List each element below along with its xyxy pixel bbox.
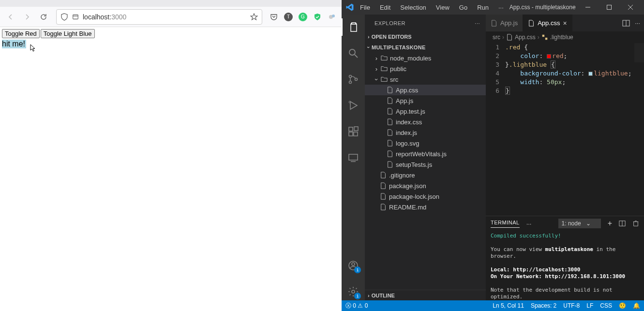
file-app-test-js[interactable]: App.test.js [365, 106, 486, 117]
forward-button[interactable] [20, 10, 34, 24]
menu-selection[interactable]: Selection [396, 2, 430, 13]
open-editors-section[interactable]: › OPEN EDITORS [365, 31, 486, 42]
status-lang[interactable]: CSS [600, 302, 612, 309]
status-eol[interactable]: LF [586, 302, 593, 309]
toggle-red-button[interactable]: Toggle Red [2, 29, 40, 38]
project-section[interactable]: › MULTIPLETASKONE [365, 42, 486, 53]
project-name: MULTIPLETASKONE [372, 44, 426, 50]
sidebar-more-icon[interactable]: ··· [475, 20, 480, 26]
ext-shield-icon[interactable] [312, 11, 323, 23]
address-bar[interactable]: localhost:3000 [56, 9, 262, 25]
breadcrumb-item[interactable]: App.css [515, 34, 536, 41]
terminal-output[interactable]: Compiled successfully! You can now view … [486, 231, 644, 300]
activity-extensions[interactable] [342, 123, 365, 140]
tab-app-js[interactable]: App.js [486, 15, 523, 31]
terminal-kill-icon[interactable] [632, 220, 639, 227]
code-content[interactable]: .red { color: red; }.lightblue { backgro… [505, 43, 644, 216]
file-app-css[interactable]: App.css [365, 85, 486, 95]
window-maximize[interactable] [599, 0, 619, 15]
svg-rect-23 [542, 35, 544, 37]
svg-line-7 [355, 55, 358, 58]
window-title: App.css - multipletaskone - Visua... [509, 4, 576, 11]
file-logo-svg[interactable]: logo.svg [365, 138, 486, 148]
file-icon [528, 20, 535, 27]
editor-more-icon[interactable]: ··· [635, 19, 640, 27]
file-gitignore[interactable]: .gitignore [365, 170, 486, 180]
activity-accounts[interactable]: 1 [342, 257, 365, 274]
outline-label: OUTLINE [372, 293, 395, 298]
terminal-tab[interactable]: TERMINAL [491, 220, 520, 228]
folder-src[interactable]: ›src [365, 74, 486, 85]
pocket-icon[interactable] [268, 11, 280, 23]
file-package-lock[interactable]: package-lock.json [365, 191, 486, 202]
ext-misc-icon[interactable] [326, 11, 338, 23]
menu-file[interactable]: File [356, 2, 374, 13]
reload-button[interactable] [37, 10, 50, 24]
menu-run[interactable]: Run [473, 2, 493, 13]
menu-more[interactable]: ··· [494, 2, 508, 13]
status-errors[interactable]: ⓧ 0 ⚠ 0 [345, 302, 368, 310]
svg-point-19 [352, 263, 355, 266]
menu-edit[interactable]: Edit [376, 2, 394, 13]
status-bar: ⓧ 0 ⚠ 0 Ln 5, Col 11 Spaces: 2 UTF-8 LF … [342, 300, 644, 311]
file-readme[interactable]: README.md [365, 202, 486, 212]
shield-icon [60, 13, 68, 21]
file-index-css[interactable]: index.css [365, 117, 486, 127]
panel-more-icon[interactable]: ··· [526, 220, 532, 227]
activity-explorer[interactable] [342, 18, 365, 36]
folder-public[interactable]: ›public [365, 63, 486, 74]
window-minimize[interactable] [578, 0, 598, 15]
split-editor-icon[interactable] [622, 19, 630, 27]
settings-badge: 1 [354, 293, 361, 299]
back-button[interactable] [4, 10, 17, 24]
breadcrumb-item[interactable]: .lightblue [550, 34, 573, 41]
status-feedback-icon[interactable]: 🤨 [619, 302, 626, 309]
breadcrumbs[interactable]: src › App.css › .lightblue [486, 31, 644, 43]
svg-rect-0 [73, 15, 78, 19]
outline-section[interactable]: › OUTLINE [365, 290, 486, 300]
menu-go[interactable]: Go [455, 2, 471, 13]
menu-view[interactable]: View [432, 2, 453, 13]
ext-t-icon[interactable]: T [283, 11, 294, 23]
status-bell-icon[interactable]: 🔔 [633, 302, 640, 309]
folder-node-modules[interactable]: ›node_modules [365, 53, 486, 63]
tab-app-css[interactable]: App.css × [523, 15, 572, 31]
vscode-window: File Edit Selection View Go Run ··· App.… [342, 0, 644, 311]
bottom-panel: TERMINAL ··· 1: node ⌄ + Compiled succes… [486, 216, 644, 300]
svg-rect-13 [349, 132, 353, 136]
svg-rect-15 [354, 127, 358, 131]
url-text: localhost:3000 [83, 13, 126, 21]
activity-scm[interactable] [342, 71, 365, 88]
breadcrumb-item[interactable]: src [493, 34, 500, 41]
file-tree: ›node_modules ›public ›src App.css App.j… [365, 53, 486, 290]
code-editor[interactable]: 123456 .red { color: red; }.lightblue { … [486, 43, 644, 216]
vscode-logo-icon [345, 3, 354, 12]
minimap[interactable] [634, 43, 644, 62]
window-close[interactable] [621, 0, 640, 15]
close-tab-icon[interactable]: × [563, 19, 567, 27]
terminal-new-icon[interactable]: + [608, 219, 612, 228]
file-setuptests[interactable]: setupTests.js [365, 159, 486, 170]
page-content: Toggle RedToggle Light Blue hit me! [0, 27, 342, 311]
sidebar: EXPLORER ··· › OPEN EDITORS › MULTIPLETA… [365, 15, 486, 300]
chevron-right-icon: › [368, 34, 370, 40]
activity-remote[interactable] [342, 149, 365, 166]
status-encoding[interactable]: UTF-8 [563, 302, 580, 309]
activity-search[interactable] [342, 44, 365, 62]
bookmark-star-icon[interactable] [250, 13, 258, 21]
terminal-split-icon[interactable] [619, 220, 626, 227]
file-package-json[interactable]: package.json [365, 180, 486, 191]
toggle-lightblue-button[interactable]: Toggle Light Blue [41, 29, 95, 38]
file-reportwebvitals[interactable]: reportWebVitals.js [365, 148, 486, 159]
file-index-js[interactable]: index.js [365, 127, 486, 138]
symbol-icon [541, 34, 548, 41]
activity-settings[interactable]: 1 [342, 283, 365, 300]
activity-debug[interactable] [342, 97, 365, 114]
ext-g-icon[interactable]: G [297, 11, 309, 23]
browser-window: localhost:3000 T G Toggle RedToggle Ligh… [0, 0, 342, 311]
browser-tabstrip [0, 0, 342, 7]
terminal-select[interactable]: 1: node ⌄ [558, 219, 601, 228]
file-app-js[interactable]: App.js [365, 95, 486, 106]
status-ln-col[interactable]: Ln 5, Col 11 [493, 302, 524, 309]
status-spaces[interactable]: Spaces: 2 [531, 302, 556, 309]
